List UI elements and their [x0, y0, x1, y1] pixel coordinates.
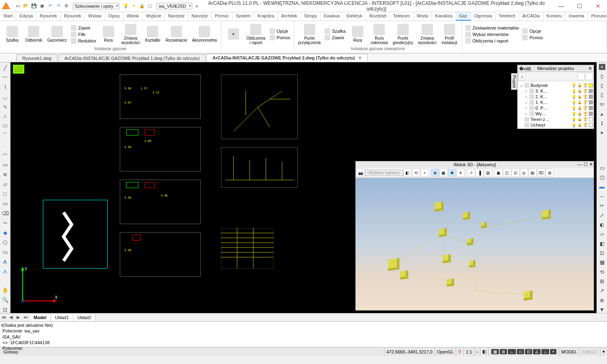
sun-icon[interactable]: ☀: [131, 3, 137, 9]
ribbon-tab-gaz[interactable]: Gaz: [456, 12, 471, 21]
view-btn-6[interactable]: ✥: [448, 169, 456, 177]
gazomierz-button[interactable]: Gazomierz: [46, 25, 68, 43]
workspace-combo[interactable]: Szkicowanie i opisy: [73, 3, 119, 9]
lock-icon[interactable]: 🔒: [139, 3, 145, 9]
maximize-icon[interactable]: ☐: [584, 162, 588, 167]
ribbon-tab-arcadia[interactable]: ArCADia: [519, 12, 543, 21]
tool8-icon[interactable]: ◧: [599, 240, 606, 247]
tool4-icon[interactable]: ✂: [599, 202, 606, 209]
point-icon[interactable]: ·: [2, 142, 9, 149]
tree-node[interactable]: ›0. P…💡🔓🏆: [518, 105, 593, 111]
lock-icon[interactable]: 🔓: [577, 89, 582, 93]
view-btn-3[interactable]: ⚬: [420, 169, 429, 177]
swatch-icon[interactable]: [589, 106, 593, 110]
trophy-icon[interactable]: 🏆: [583, 106, 588, 110]
path-icon[interactable]: ⤳: [2, 219, 9, 226]
ellipse-icon[interactable]: ⬭: [2, 122, 9, 129]
zigzag-icon[interactable]: ⌇: [2, 83, 9, 91]
view-btn-10[interactable]: ▣: [495, 169, 503, 177]
polyline-icon[interactable]: 〰: [2, 74, 9, 81]
bulb-icon[interactable]: 💡: [571, 112, 576, 116]
plane-icon[interactable]: ✈: [456, 169, 465, 177]
view-btn-15[interactable]: 3D: [537, 169, 545, 177]
rura-button[interactable]: Rura: [99, 25, 118, 43]
tree-node[interactable]: ›3. K…💡🔓🏆: [518, 88, 593, 94]
view-btn-4[interactable]: ⊕: [431, 169, 439, 177]
ribbon-tab-kanaliza[interactable]: Kanaliza: [432, 12, 456, 21]
tool15-icon[interactable]: ▼: [599, 306, 606, 313]
view-btn-8[interactable]: ▐: [475, 169, 484, 177]
tree-expand-icon[interactable]: ›: [524, 89, 528, 93]
bulb-icon[interactable]: 💡: [123, 3, 129, 9]
aksonometria-button[interactable]: Aksonometria: [191, 25, 219, 43]
camera-combo[interactable]: <Wybierz kamerę>: [365, 170, 403, 176]
ribbon-tab-narzędz[interactable]: Narzędz: [165, 12, 188, 21]
ribbon-tab-system[interactable]: System: [233, 12, 255, 21]
lock-icon[interactable]: 🔓: [577, 106, 582, 110]
tree-node[interactable]: ⌄Budynek💡🔓🏆: [518, 82, 593, 88]
tool-icon[interactable]: ▭: [599, 165, 606, 171]
document-tab[interactable]: Rysunek1.dwg: [16, 54, 57, 62]
command-line[interactable]: ▾ (Siatka jest aktualnie Nie) Polecenie:…: [0, 321, 607, 347]
ribbon-tab-konstru[interactable]: Konstru: [543, 12, 566, 21]
tree-node[interactable]: Uchwyt💡🔓🏆: [518, 122, 593, 128]
ribbon-tab-rozdziel[interactable]: Rozdziel: [366, 12, 390, 21]
one-icon[interactable]: 1: [599, 120, 606, 127]
bulb-icon[interactable]: 💡: [571, 100, 576, 105]
undo-icon[interactable]: ↶: [47, 3, 53, 9]
opcje2-button[interactable]: Opcje: [521, 28, 544, 34]
tree-expand-icon[interactable]: ⌄: [519, 83, 523, 88]
save-icon[interactable]: 💾: [31, 3, 37, 9]
text-a-icon[interactable]: A: [2, 258, 9, 265]
rura-oslon-button[interactable]: Ruraosłonowa: [369, 23, 389, 46]
ribbon-tab-rysunek[interactable]: Rysunek: [61, 12, 85, 21]
ribbon-tab-rysunek[interactable]: Rysunek: [36, 12, 61, 21]
tree-node[interactable]: ›2. K…💡🔓🏆: [518, 94, 593, 99]
tool6-icon[interactable]: ◐: [599, 221, 606, 228]
ribbon-tab-pioruno[interactable]: Pioruno: [588, 12, 607, 21]
odbiornik-button[interactable]: Odbiornik: [23, 25, 44, 43]
trophy-icon[interactable]: 🏆: [583, 95, 588, 99]
ksztaltki-button[interactable]: Kształtki: [143, 25, 162, 43]
tool5-icon[interactable]: ⤢: [599, 212, 606, 218]
circle-icon[interactable]: ○: [2, 112, 9, 120]
document-tab[interactable]: ArCADia-INSTALACJE GAZOWE Przykład 1.dwg…: [58, 54, 206, 62]
ribbon-tab-krajobra[interactable]: Krajobra: [254, 12, 278, 21]
square-icon[interactable]: □: [2, 190, 9, 197]
wave-icon[interactable]: ≋: [2, 171, 9, 178]
next-icon[interactable]: ▶: [15, 315, 22, 320]
arc2-icon[interactable]: ⌒: [2, 132, 9, 139]
pin-icon[interactable]: �xi映: [519, 66, 531, 72]
punkt-geo-button[interactable]: Punktgeodezyjny: [391, 23, 415, 46]
zoom-icon[interactable]: 🔍: [2, 296, 9, 303]
tool7-icon[interactable]: ▱: [599, 231, 606, 237]
pomoc2-button[interactable]: Pomoc: [521, 34, 544, 41]
trophy-icon[interactable]: 🏆: [583, 100, 588, 104]
view-btn-13[interactable]: ◎: [520, 169, 528, 177]
ribbon-tab-widok[interactable]: Widok: [123, 12, 143, 21]
tool14-icon[interactable]: ⊕: [599, 296, 606, 303]
last-icon[interactable]: ⏭: [22, 315, 29, 320]
ribbon-tab-narzędz[interactable]: Narzędz: [188, 12, 212, 21]
new-icon[interactable]: ▭: [15, 3, 21, 9]
swatch-icon[interactable]: [589, 100, 593, 104]
box-icon[interactable]: ▱: [2, 180, 9, 188]
tree-expand-icon[interactable]: ›: [524, 106, 528, 110]
arrow-dn-icon[interactable]: ▾: [599, 129, 606, 136]
panel3-icon[interactable]: ▯: [599, 91, 606, 98]
cmd-prompt[interactable]: Polecenie:: [2, 345, 605, 351]
bulb-icon[interactable]: 💡: [571, 83, 576, 87]
bulb-icon[interactable]: 💡: [571, 117, 576, 122]
zmiana-wys-button[interactable]: Zmianawysokości: [120, 23, 142, 46]
trophy-icon[interactable]: 🏆: [583, 89, 588, 93]
swatch-icon[interactable]: [589, 112, 593, 116]
trophy-icon[interactable]: 🏆: [583, 123, 588, 127]
minimize-icon[interactable]: —: [577, 162, 582, 167]
minimize-button[interactable]: —: [552, 0, 571, 12]
close-icon[interactable]: ✕: [589, 162, 593, 167]
lock-icon[interactable]: 🔓: [577, 100, 582, 104]
szafka-button[interactable]: Szafka: [2, 25, 22, 43]
ribbon-tab-telekom[interactable]: Telekom: [390, 12, 414, 21]
project-side-tab[interactable]: Projekt: [511, 73, 517, 90]
trophy-icon[interactable]: 🏆: [583, 112, 588, 116]
